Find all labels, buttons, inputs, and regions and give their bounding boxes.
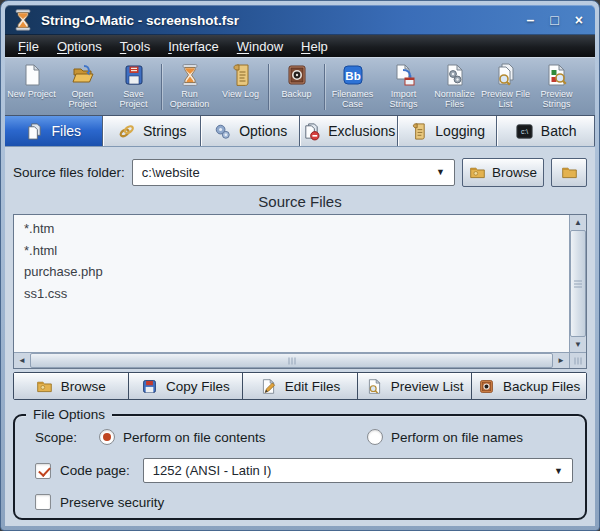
files-tab-panel: Source files folder: c:\website ▼ Browse <box>5 147 595 526</box>
edit-files-button[interactable]: Edit Files <box>243 373 358 399</box>
radio-selected-icon[interactable] <box>99 429 115 445</box>
list-item[interactable]: ss1.css <box>24 283 559 305</box>
source-files-heading: Source Files <box>13 187 587 214</box>
list-item[interactable]: purchase.php <box>24 261 559 283</box>
tab-exclusions[interactable]: Exclusions <box>300 116 399 146</box>
page-magnifier-icon <box>366 378 383 395</box>
toolbar-separator <box>161 64 162 110</box>
toolbar-backup[interactable]: Backup <box>271 60 322 114</box>
file-options-title: File Options <box>26 407 112 422</box>
code-page-value: 1252 (ANSI - Latin I) <box>153 463 272 478</box>
toolbar-import-strings[interactable]: Import Strings <box>378 60 429 114</box>
scroll-down-icon[interactable]: ▼ <box>570 337 586 352</box>
letters-magnifier-icon <box>545 63 569 87</box>
preview-list-button[interactable]: Preview List <box>358 373 473 399</box>
tab-label: Files <box>51 123 81 139</box>
toolbar: New Project Open Project Save Project <box>5 57 595 116</box>
toolbar-preview-strings[interactable]: Preview Strings <box>531 60 582 114</box>
tab-batch[interactable]: c:\ Batch <box>497 116 596 146</box>
menu-interface[interactable]: Interface <box>159 37 228 56</box>
tab-label: Options <box>239 123 287 139</box>
tab-options[interactable]: Options <box>201 116 300 146</box>
orange-safe-icon <box>478 378 495 395</box>
horizontal-scrollbar[interactable]: ◄ ► <box>14 352 586 368</box>
tab-label: Exclusions <box>328 123 395 139</box>
scrollbar-corner <box>569 353 586 368</box>
radio-unselected-icon[interactable] <box>367 429 383 445</box>
copy-files-button[interactable]: Copy Files <box>129 373 244 399</box>
code-page-combobox[interactable]: 1252 (ANSI - Latin I) ▼ <box>143 458 573 483</box>
toolbar-separator <box>324 64 325 110</box>
minimize-button[interactable]: – <box>527 13 535 27</box>
new-document-icon <box>20 63 44 87</box>
toolbar-preview-file-list[interactable]: Preview File List <box>480 60 531 114</box>
preserve-security-option[interactable]: Preserve security <box>35 494 573 510</box>
open-folder-icon <box>71 63 95 87</box>
tab-strings[interactable]: Strings <box>103 116 202 146</box>
menu-window[interactable]: Window <box>228 37 292 56</box>
source-folder-value: c:\website <box>142 165 200 180</box>
scroll-left-icon[interactable]: ◄ <box>14 353 30 368</box>
vertical-scrollbar[interactable]: ▲ ▼ <box>569 215 586 352</box>
toolbar-new-project[interactable]: New Project <box>6 60 57 114</box>
import-icon <box>392 63 416 87</box>
folder-icon <box>469 164 486 181</box>
open-folder-button[interactable] <box>551 158 587 187</box>
menu-tools[interactable]: Tools <box>111 37 159 56</box>
window-title: String-O-Matic - screenshot.fsr <box>41 13 519 28</box>
chevron-down-icon[interactable]: ▼ <box>436 167 445 177</box>
toolbar-open-project[interactable]: Open Project <box>57 60 108 114</box>
letter-case-icon: Bb <box>341 63 365 87</box>
chain-icon <box>117 122 136 141</box>
source-files-list[interactable]: *.htm *.html purchase.php ss1.css <box>14 215 569 352</box>
pen-document-icon <box>260 378 277 395</box>
chevron-down-icon[interactable]: ▼ <box>554 466 563 476</box>
toolbar-run-operation[interactable]: Run Operation <box>164 60 215 114</box>
preserve-security-checkbox[interactable] <box>35 494 51 510</box>
menu-options[interactable]: Options <box>48 37 111 56</box>
pages-minus-icon <box>302 122 321 141</box>
toolbar-save-project[interactable]: Save Project <box>108 60 159 114</box>
toolbar-filenames-case[interactable]: Bb Filenames Case <box>327 60 378 114</box>
toolbar-view-log[interactable]: View Log <box>215 60 266 114</box>
tab-logging[interactable]: Logging <box>398 116 497 146</box>
console-icon: c:\ <box>515 122 534 141</box>
folder-icon <box>561 164 578 181</box>
source-folder-combobox[interactable]: c:\website ▼ <box>132 159 455 186</box>
app-window: String-O-Matic - screenshot.fsr – □ × Fi… <box>0 0 600 531</box>
list-item[interactable]: *.htm <box>24 218 559 240</box>
radio-perform-on-file-contents[interactable]: Perform on file contents <box>99 429 367 445</box>
svg-text:c:\: c:\ <box>521 128 528 135</box>
scroll-up-icon[interactable]: ▲ <box>570 215 586 230</box>
vertical-scroll-thumb[interactable] <box>570 230 586 337</box>
tab-label: Logging <box>435 123 485 139</box>
toolbar-normalize-files[interactable]: Normalize Files <box>429 60 480 114</box>
scroll-right-icon[interactable]: ► <box>553 353 569 368</box>
source-files-listbox: *.htm *.html purchase.php ss1.css ▲ ▼ ◄ … <box>13 214 587 369</box>
browse-folder-button[interactable]: Browse <box>462 158 544 187</box>
menu-bar: File Options Tools Interface Window Help <box>5 35 595 57</box>
list-item[interactable]: *.html <box>24 240 559 262</box>
browse-button-label: Browse <box>492 165 537 180</box>
title-bar[interactable]: String-O-Matic - screenshot.fsr – □ × <box>5 5 595 35</box>
tab-label: Batch <box>541 123 577 139</box>
menu-help[interactable]: Help <box>292 37 337 56</box>
tab-label: Strings <box>143 123 187 139</box>
app-hourglass-icon <box>13 9 33 31</box>
close-button[interactable]: × <box>575 13 583 27</box>
backup-files-button[interactable]: Backup Files <box>472 373 586 399</box>
browse-files-button[interactable]: Browse <box>14 373 129 399</box>
copy-disk-icon <box>141 378 158 395</box>
horizontal-scroll-thumb[interactable] <box>30 353 553 368</box>
maximize-button[interactable]: □ <box>550 13 558 27</box>
tab-files[interactable]: Files <box>5 116 103 146</box>
code-page-checkbox[interactable] <box>35 463 51 479</box>
safe-icon <box>285 63 309 87</box>
toolbar-separator <box>268 64 269 110</box>
radio-perform-on-file-names[interactable]: Perform on file names <box>367 429 523 445</box>
pages-magnifier-icon <box>494 63 518 87</box>
gears-document-icon <box>443 63 467 87</box>
menu-file[interactable]: File <box>9 37 48 56</box>
tab-bar: Files Strings Options <box>5 116 595 147</box>
scroll-icon <box>229 63 253 87</box>
